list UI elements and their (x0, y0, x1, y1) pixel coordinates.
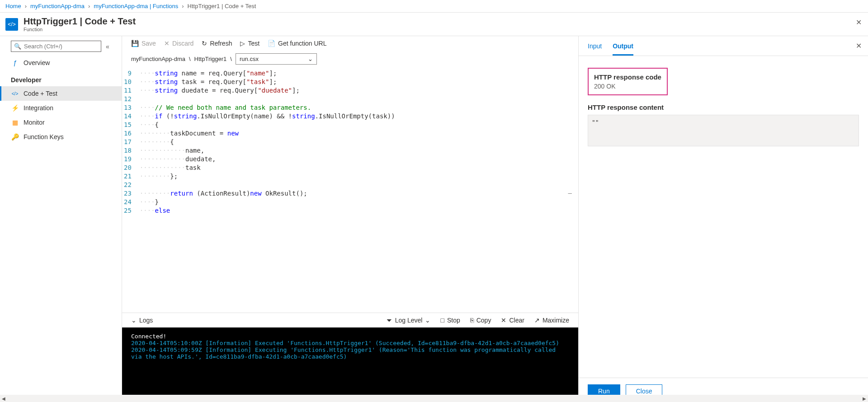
response-content: HTTP response content "" (588, 103, 859, 146)
page-header: </> HttpTrigger1 | Code + Test Function … (0, 13, 868, 36)
copy-icon: ⎘ (470, 317, 474, 324)
sidebar: 🔍 « ƒ Overview Developer </> Code + Test… (0, 36, 122, 402)
close-icon[interactable]: ✕ (856, 18, 862, 27)
toolbar: 💾 Save ✕ Discard ↻ Refresh ▷ Test 📄 Get … (122, 36, 578, 51)
path-func: HttpTrigger1 (194, 56, 227, 62)
close-icon[interactable]: ✕ (856, 42, 862, 50)
code-content[interactable]: ····string name = req.Query["name"]; ···… (140, 69, 578, 215)
logs-toggle[interactable]: ⌄ Logs (131, 317, 153, 324)
page-subtitle: Function (24, 27, 136, 32)
search-input[interactable]: 🔍 (11, 41, 101, 52)
breadcrumb-home[interactable]: Home (5, 3, 21, 9)
search-icon: 🔍 (14, 43, 21, 50)
key-icon: 🔑 (11, 133, 19, 140)
response-code-value: 200 OK (594, 83, 661, 90)
file-path: myFunctionApp-dma \ HttpTrigger1 \ run.c… (122, 51, 578, 69)
chevron-right-icon: › (88, 3, 90, 9)
discard-icon: ✕ (164, 40, 170, 47)
log-level-button[interactable]: ⏷ Log Level ⌄ (386, 317, 431, 324)
chevron-right-icon: › (25, 3, 27, 9)
fold-icon[interactable]: — (568, 189, 572, 197)
file-select-value: run.csx (240, 56, 259, 62)
chevron-right-icon: › (182, 3, 184, 9)
nav-label: Overview (24, 59, 50, 66)
search-field[interactable] (24, 43, 98, 50)
file-select[interactable]: run.csx ⌄ (236, 53, 317, 65)
save-icon: 💾 (131, 40, 139, 47)
nav-overview[interactable]: ƒ Overview (0, 56, 122, 70)
collapse-sidebar-icon[interactable]: « (106, 43, 109, 50)
code-icon: </> (11, 91, 19, 96)
breadcrumb: Home › myFunctionApp-dma › myFunctionApp… (0, 0, 868, 13)
tab-input[interactable]: Input (588, 42, 602, 56)
url-icon: 📄 (268, 40, 275, 47)
center-panel: 💾 Save ✕ Discard ↻ Refresh ▷ Test 📄 Get … (122, 36, 579, 402)
chevron-down-icon: ⌄ (131, 317, 137, 324)
monitor-icon: ▦ (11, 119, 19, 126)
overview-icon: ƒ (11, 59, 19, 66)
response-content-label: HTTP response content (588, 103, 859, 111)
code-editor[interactable]: 910111213141516171819202122232425 ····st… (122, 69, 578, 313)
output-body: HTTP response code 200 OK HTTP response … (579, 56, 868, 378)
console-line: 2020-04-14T05:09:59Z [Information] Execu… (131, 346, 569, 360)
response-content-value: "" (588, 115, 859, 146)
save-button[interactable]: 💾 Save (131, 40, 156, 47)
nav-label: Code + Test (24, 90, 57, 97)
nav-label: Function Keys (24, 133, 64, 140)
path-app: myFunctionApp-dma (131, 56, 185, 62)
console-line: Connected! (131, 333, 569, 340)
nav-label: Integration (24, 104, 53, 112)
nav-heading-developer: Developer (0, 70, 122, 86)
nav-label: Monitor (24, 119, 45, 126)
path-sep: \ (189, 56, 191, 62)
nav-monitor[interactable]: ▦ Monitor (0, 115, 122, 130)
scroll-left-icon[interactable]: ◀ (2, 396, 5, 401)
page-title: HttpTrigger1 | Code + Test (24, 16, 136, 27)
horizontal-scrollbar[interactable]: ◀ ▶ (0, 395, 868, 402)
clear-button[interactable]: ✕ Clear (501, 317, 524, 324)
stop-button[interactable]: □ Stop (440, 317, 460, 324)
test-button[interactable]: ▷ Test (240, 40, 259, 47)
refresh-icon: ↻ (202, 40, 207, 47)
nav-code-test[interactable]: </> Code + Test (0, 86, 122, 101)
maximize-button[interactable]: ↗ Maximize (534, 317, 569, 324)
discard-button[interactable]: ✕ Discard (164, 40, 193, 47)
copy-button[interactable]: ⎘ Copy (470, 317, 491, 324)
breadcrumb-functions[interactable]: myFunctionApp-dma | Functions (94, 3, 178, 9)
tab-output[interactable]: Output (613, 42, 633, 56)
clear-icon: ✕ (501, 317, 506, 324)
scroll-right-icon[interactable]: ▶ (863, 396, 866, 401)
logs-toolbar: ⌄ Logs ⏷ Log Level ⌄ □ Stop ⎘ Copy ✕ Cle… (122, 313, 578, 327)
breadcrumb-current: HttpTrigger1 | Code + Test (188, 3, 256, 9)
chevron-down-icon: ⌄ (425, 317, 430, 324)
tabs: Input Output (579, 36, 868, 56)
refresh-button[interactable]: ↻ Refresh (202, 40, 232, 47)
path-sep: \ (230, 56, 232, 62)
response-code-label: HTTP response code (594, 73, 661, 81)
nav-integration[interactable]: ⚡ Integration (0, 101, 122, 115)
response-code-box: HTTP response code 200 OK (588, 68, 668, 95)
function-icon: </> (5, 18, 18, 31)
test-icon: ▷ (240, 40, 245, 47)
chevron-down-icon: ⌄ (308, 56, 313, 62)
line-gutter: 910111213141516171819202122232425 (122, 69, 140, 215)
integration-icon: ⚡ (11, 104, 19, 112)
maximize-icon: ↗ (534, 317, 540, 324)
test-panel: ✕ Input Output HTTP response code 200 OK… (579, 36, 868, 402)
filter-icon: ⏷ (386, 317, 392, 324)
console-line: 2020-04-14T05:10:00Z [Information] Execu… (131, 340, 569, 346)
stop-icon: □ (440, 317, 444, 324)
nav-function-keys[interactable]: 🔑 Function Keys (0, 130, 122, 144)
get-url-button[interactable]: 📄 Get function URL (268, 40, 326, 47)
breadcrumb-app[interactable]: myFunctionApp-dma (30, 3, 85, 9)
console-output: Connected! 2020-04-14T05:10:00Z [Informa… (122, 327, 578, 402)
